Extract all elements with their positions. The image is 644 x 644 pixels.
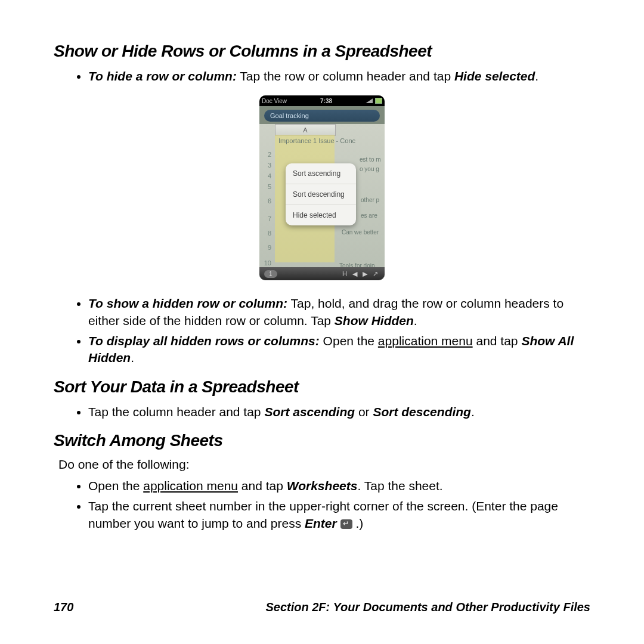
bullet-text: Open the: [88, 479, 143, 493]
term-show-hidden: Show Hidden: [335, 314, 414, 327]
menu-hide-selected[interactable]: Hide selected: [286, 205, 356, 225]
sheet-page-pill[interactable]: 1: [264, 270, 277, 278]
cell-fragment: other p: [361, 197, 379, 203]
row-header[interactable]: 8: [259, 227, 274, 240]
cell-fragment: o you g: [360, 166, 379, 172]
bullets-sort: Tap the column header and tap Sort ascen…: [54, 404, 590, 420]
heading-switch-sheets: Switch Among Sheets: [54, 431, 590, 450]
bullet-lead: To show a hidden row or column:: [88, 296, 287, 310]
page-number: 170: [54, 600, 73, 614]
page: Show or Hide Rows or Columns in a Spread…: [0, 0, 644, 644]
bullet-text: and tap: [473, 334, 522, 348]
link-application-menu[interactable]: application menu: [143, 479, 238, 493]
context-menu: Sort ascending Sort descending Hide sele…: [286, 163, 356, 225]
period: .: [414, 314, 417, 327]
period: .: [471, 405, 475, 419]
battery-icon: [375, 98, 382, 104]
footer-label: Section 2F: Your Documents and Other Pro…: [265, 600, 590, 614]
status-right: [366, 98, 382, 104]
bullet-text: or: [355, 405, 373, 419]
term-worksheets: Worksheets: [287, 479, 358, 493]
bullets-show-hide-1: To hide a row or column: Tap the row or …: [54, 68, 590, 85]
heading-show-hide: Show or Hide Rows or Columns in a Spread…: [54, 42, 590, 61]
list-item: Open the application menu and tap Worksh…: [88, 478, 590, 494]
menu-sort-descending[interactable]: Sort descending: [286, 184, 356, 205]
column-header-a[interactable]: A: [275, 124, 336, 136]
page-footer: 170 Section 2F: Your Documents and Other…: [54, 600, 590, 614]
list-item: Tap the column header and tap Sort ascen…: [88, 404, 590, 420]
list-item: To hide a row or column: Tap the row or …: [88, 68, 590, 85]
term-sort-desc: Sort descending: [373, 405, 471, 419]
term-sort-asc: Sort ascending: [264, 405, 355, 419]
list-item: Tap the current sheet number in the uppe…: [88, 498, 590, 532]
term-enter: Enter: [305, 516, 337, 530]
term-hide-selected: Hide selected: [454, 69, 535, 83]
cell-fragment: Can we better: [342, 229, 379, 236]
status-bar: Doc View 7:38: [259, 95, 385, 106]
row-header[interactable]: 6: [259, 194, 274, 208]
bullet-text: Tap the row or column header and tap: [237, 69, 454, 83]
bullet-text: Open the: [320, 334, 378, 348]
row-header[interactable]: 5: [259, 180, 274, 193]
row-header[interactable]: 9: [259, 241, 274, 254]
signal-icon: [366, 98, 373, 103]
nav-arrows[interactable]: H ◀ ▶ ↗: [342, 270, 380, 278]
cell-fragment: est to m: [360, 156, 381, 163]
enter-key-icon: [340, 519, 352, 529]
bullet-text: . Tap the sheet.: [357, 479, 442, 493]
list-item: To display all hidden rows or columns: O…: [88, 333, 590, 367]
bullets-show-hide-2: To show a hidden row or column: Tap, hol…: [54, 295, 590, 366]
bullets-switch: Open the application menu and tap Worksh…: [54, 478, 590, 532]
period: .: [131, 351, 134, 364]
phone-screenshot: Doc View 7:38 Goal tracking A Importance…: [259, 95, 385, 280]
bullet-text: and tap: [238, 479, 287, 493]
app-name: Doc View: [262, 98, 287, 104]
link-application-menu[interactable]: application menu: [378, 334, 473, 348]
spreadsheet-grid[interactable]: A Importance 1 Issue - Conc 2 3 4 5 6 7 …: [259, 124, 385, 273]
menu-sort-ascending[interactable]: Sort ascending: [286, 163, 356, 184]
bullet-lead: To display all hidden rows or columns:: [88, 334, 320, 348]
bullet-text: .): [352, 516, 364, 530]
intro-text: Do one of the following:: [58, 457, 590, 472]
list-item: To show a hidden row or column: Tap, hol…: [88, 295, 590, 329]
row-1-text: Importance 1 Issue - Conc: [275, 135, 385, 147]
period: .: [535, 69, 538, 83]
row-header[interactable]: 7: [259, 212, 274, 225]
sheet-tab[interactable]: Goal tracking: [264, 110, 380, 122]
bullet-text: Tap the column header and tap: [88, 405, 264, 419]
phone-bottom-bar: 1 H ◀ ▶ ↗: [259, 267, 385, 280]
bullet-lead: To hide a row or column:: [88, 69, 237, 83]
cell-fragment: es are: [361, 212, 377, 219]
status-time: 7:38: [287, 98, 366, 104]
heading-sort-data: Sort Your Data in a Spreadsheet: [54, 377, 590, 397]
